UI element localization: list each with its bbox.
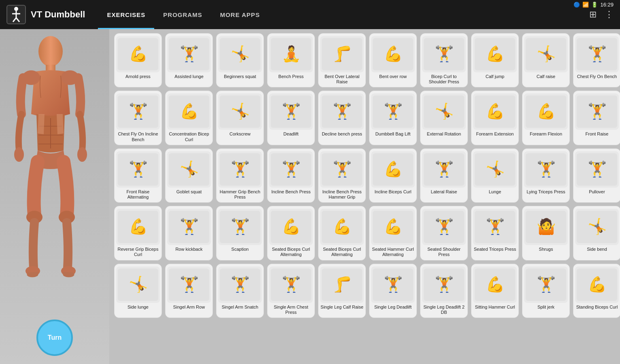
exercise-label: Chest Fly On Bench [577,74,617,79]
exercise-card[interactable]: 🧘 Bench Press [267,33,315,87]
app-logo [6,5,26,24]
nav-programs[interactable]: PROGRAMS [154,0,211,29]
svg-text:🏋: 🏋 [435,275,454,294]
svg-text:🏋: 🏋 [180,275,199,294]
exercise-card[interactable]: 🏋 Lying Triceps Press [522,148,570,203]
exercise-card[interactable]: 🏋 Singel Arm Snatch [216,264,264,318]
exercise-card[interactable]: 🦵 Bent Over Lateral Raise [318,33,366,87]
exercise-label: Corkscrew [229,131,251,137]
exercise-card[interactable]: 💪 Bent over row [369,33,417,87]
exercise-card[interactable]: 🤸 Goblet squat [165,148,213,203]
exercise-card[interactable]: 🏋 Single Leg Deadlift 2 DB [420,264,468,318]
exercise-thumbnail: 💪 [524,93,568,130]
exercise-card[interactable]: 🏋 Lateral Raise [420,148,468,203]
exercise-card[interactable]: 💪 Seated Hammer Curl Alternating [369,206,417,260]
exercise-label: Goblet squat [176,189,202,195]
turn-button[interactable]: Turn [36,320,73,356]
exercise-card[interactable]: 🤸 Lunge [471,148,519,203]
anatomy-figure [10,33,99,308]
exercise-card[interactable]: 🏋 Assisted lunge [165,33,213,87]
exercise-label: Chest Fly On Incline Bench [116,131,160,142]
nav-exercises[interactable]: EXERCISES [98,0,154,29]
exercise-label: Assisted lunge [174,74,204,79]
exercise-label: Bicep Curl to Shoulder Press [422,74,466,85]
exercise-card[interactable]: 🤸 Side bend [573,206,620,260]
exercise-label: Pullover [589,189,605,195]
exercise-label: Bent over row [379,74,407,79]
exercise-card[interactable]: 💪 Forearm Extension [471,91,519,145]
exercise-thumbnail: 🏋 [167,267,211,303]
exercise-label: Side lunge [127,305,149,310]
nav-more-apps[interactable]: MORE APPS [211,0,269,29]
exercise-card[interactable]: 🏋 Scaption [216,206,264,260]
exercise-card[interactable]: 🏋 Split jerk [522,264,570,318]
exercise-card[interactable]: 🏋 Decline bench press [318,91,366,145]
exercise-label: Sitting Hammer Curl [475,305,515,310]
more-options-icon[interactable]: ⋮ [605,9,614,20]
svg-text:🤷: 🤷 [537,217,556,236]
exercise-card[interactable]: 🏋 Incline Bench Press [267,148,315,203]
exercise-label: Seated Shoulder Press [422,247,466,257]
exercise-card[interactable]: 💪 Seated Biceps Curl Alternating [318,206,366,260]
exercise-card[interactable]: 🏋 Chest Fly On Incline Bench [114,91,162,145]
exercise-label: Lunge [489,189,501,195]
svg-text:🏋: 🏋 [231,217,250,236]
exercise-card[interactable]: 🤷 Shrugs [522,206,570,260]
exercise-card[interactable]: 🏋 Hammer Grip Bench Press [216,148,264,203]
svg-text:🤸: 🤸 [588,217,607,236]
exercise-card[interactable]: 🏋 Deadlift [267,91,315,145]
exercise-card[interactable]: 🏋 Dumbbell Bag Lift [369,91,417,145]
exercise-thumbnail: 💪 [167,93,211,130]
svg-text:🤸: 🤸 [231,44,250,63]
exercise-thumbnail: 🏋 [371,267,415,303]
exercise-label: Front Raise Alternating [116,189,160,200]
exercise-card[interactable]: 🤸 Corkscrew [216,91,264,145]
exercise-grid: 💪 Arnold press 🏋 Assisted lunge 🤸 Beginn… [109,29,620,364]
exercise-label: Incline Bench Press Hammer Grip [320,189,364,200]
exercise-card[interactable]: 💪 Arnold press [114,33,162,87]
exercise-card[interactable]: 🏋 Seated Triceps Press [471,206,519,260]
exercise-card[interactable]: 🏋 Front Raise Alternating [114,148,162,203]
exercise-label: Reverse Grip Biceps Curl [116,247,160,257]
exercise-card[interactable]: 💪 Sitting Hammer Curl [471,264,519,318]
exercise-card[interactable]: 🏋 Bicep Curl to Shoulder Press [420,33,468,87]
exercise-label: Beginners squat [224,74,256,79]
exercise-thumbnail: 🤸 [218,93,262,130]
exercise-thumbnail: 🏋 [116,93,160,130]
exercise-card[interactable]: 💪 Forearm Flexion [522,91,570,145]
grid-view-icon[interactable]: ⊞ [589,9,597,20]
exercise-label: Calf jump [486,74,504,79]
exercise-thumbnail: 🏋 [320,151,364,188]
exercise-card[interactable]: 🤸 Beginners squat [216,33,264,87]
exercise-card[interactable]: 🏋 Seated Shoulder Press [420,206,468,260]
svg-text:🏋: 🏋 [588,102,607,121]
exercise-card[interactable]: 🤸 Calf raise [522,33,570,87]
exercise-card[interactable]: 💪 Calf jump [471,33,519,87]
exercise-card[interactable]: 🏋 Singel Arm Row [165,264,213,318]
exercise-card[interactable]: 🏋 Pullover [573,148,620,203]
exercise-card[interactable]: 🏋 Incline Bench Press Hammer Grip [318,148,366,203]
exercise-card[interactable]: 🏋 Chest Fly On Bench [573,33,620,87]
exercise-card[interactable]: 🏋 Single Arm Chest Press [267,264,315,318]
exercise-card[interactable]: 🤸 External Rotation [420,91,468,145]
svg-text:💪: 💪 [486,275,505,294]
exercise-card[interactable]: 🏋 Front Raise [573,91,620,145]
exercise-thumbnail: 💪 [269,209,313,245]
svg-text:💪: 💪 [486,102,505,121]
exercise-card[interactable]: 💪 Reverse Grip Biceps Curl [114,206,162,260]
exercise-thumbnail: 🏋 [371,93,415,130]
exercise-thumbnail: 💪 [116,36,160,72]
exercise-card[interactable]: 💪 Incline Biceps Curl [369,148,417,203]
main-content: Turn 💪 Arnold press 🏋 Assisted lunge 🤸 B… [0,29,620,364]
exercise-row-3: 💪 Reverse Grip Biceps Curl 🏋 Row kickbac… [114,206,615,260]
exercise-card[interactable]: 🏋 Row kickback [165,206,213,260]
svg-text:🏋: 🏋 [333,102,352,121]
exercise-card[interactable]: 💪 Standing Biceps Curl [573,264,620,318]
exercise-card[interactable]: 💪 Seated Biceps Curl Alternating [267,206,315,260]
exercise-thumbnail: 🤸 [575,209,619,245]
exercise-card[interactable]: 🤸 Side lunge [114,264,162,318]
exercise-card[interactable]: 🏋 Single Leg Deadlift [369,264,417,318]
exercise-thumbnail: 🏋 [524,267,568,303]
exercise-card[interactable]: 💪 Concentration Bicep Curl [165,91,213,145]
exercise-card[interactable]: 🦵 Single Leg Calf Raise [318,264,366,318]
